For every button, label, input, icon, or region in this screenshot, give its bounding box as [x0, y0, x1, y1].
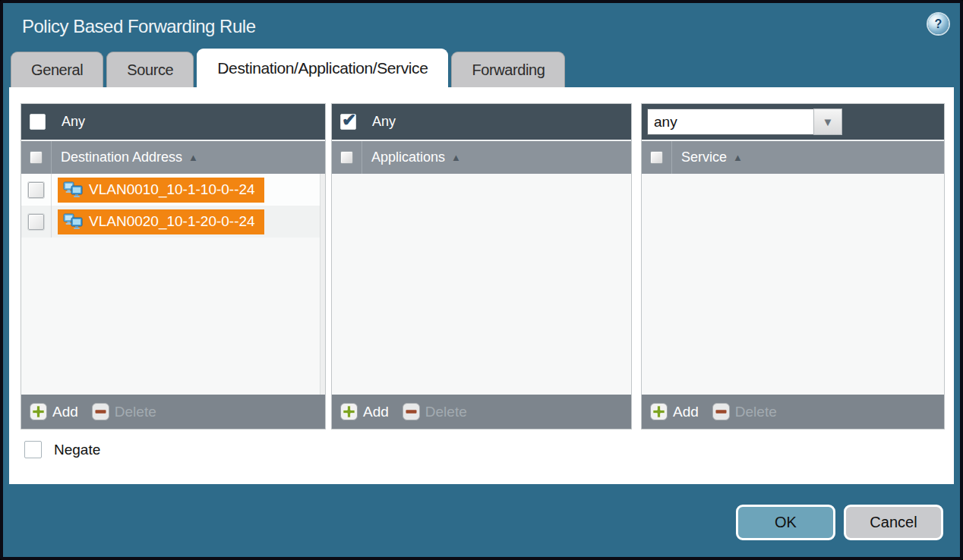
service-select-all-checkbox[interactable]	[650, 151, 663, 164]
applications-column: Any Applications Add	[331, 103, 632, 429]
destination-address-header[interactable]: Destination Address	[21, 140, 325, 174]
add-button[interactable]: Add	[340, 403, 389, 420]
address-object-chip[interactable]: VLAN0020_10-1-20-0--24	[58, 209, 264, 234]
service-footer-bar: Add Delete	[642, 395, 944, 429]
network-icon	[63, 213, 83, 230]
minus-icon	[712, 403, 730, 420]
minus-icon	[92, 403, 109, 420]
destination-any-checkbox[interactable]	[30, 114, 46, 130]
delete-button[interactable]: Delete	[92, 403, 156, 420]
delete-button[interactable]: Delete	[403, 403, 467, 420]
scrollbar-track[interactable]	[320, 174, 325, 395]
tab-destination-application-service[interactable]: Destination/Application/Service	[197, 49, 448, 87]
service-list	[642, 174, 944, 395]
network-icon	[63, 181, 83, 198]
dropdown-button[interactable]	[813, 109, 842, 135]
applications-header[interactable]: Applications	[332, 140, 631, 174]
delete-button-label: Delete	[735, 404, 777, 420]
help-icon[interactable]: ?	[928, 14, 949, 34]
service-header-label: Service	[681, 149, 727, 165]
cancel-button[interactable]: Cancel	[844, 505, 943, 540]
delete-button-label: Delete	[425, 404, 467, 420]
applications-any-checkbox[interactable]	[340, 114, 356, 130]
chevron-down-icon	[822, 115, 834, 128]
delete-button[interactable]: Delete	[712, 403, 777, 420]
sort-ascending-icon[interactable]	[188, 152, 198, 163]
address-object-label: VLAN0010_10-1-10-0--24	[89, 181, 255, 198]
service-dropdown[interactable]	[647, 109, 842, 135]
sort-ascending-icon[interactable]	[451, 152, 461, 163]
applications-header-label: Applications	[371, 149, 445, 165]
tab-source[interactable]: Source	[106, 52, 194, 87]
plus-icon	[650, 403, 668, 420]
applications-any-bar: Any	[332, 104, 631, 140]
destination-address-column: Any Destination Address	[21, 103, 326, 429]
destination-select-all-checkbox[interactable]	[30, 151, 43, 164]
minus-icon	[403, 403, 420, 420]
tab-content-panel: Any Destination Address	[9, 87, 954, 484]
destination-any-bar: Any	[21, 104, 325, 140]
tab-general[interactable]: General	[11, 52, 103, 87]
plus-icon	[30, 403, 47, 420]
applications-footer-bar: Add Delete	[332, 395, 631, 429]
dialog-title: Policy Based Forwarding Rule	[22, 16, 255, 37]
tab-bar: General Source Destination/Application/S…	[11, 49, 565, 87]
table-row: VLAN0020_10-1-20-0--24	[21, 206, 325, 238]
service-selector-bar	[642, 104, 944, 140]
ok-button[interactable]: OK	[736, 505, 835, 540]
dialog-titlebar: Policy Based Forwarding Rule ?	[3, 3, 960, 50]
negate-label: Negate	[54, 442, 100, 458]
tab-forwarding[interactable]: Forwarding	[451, 52, 565, 87]
plus-icon	[340, 403, 358, 420]
service-column: Service Add	[641, 103, 945, 429]
dialog-footer: OK Cancel	[3, 484, 960, 557]
destination-any-label: Any	[62, 114, 85, 130]
destination-address-list: VLAN0010_10-1-10-0--24	[21, 174, 325, 395]
policy-based-forwarding-dialog: Policy Based Forwarding Rule ? General S…	[0, 0, 963, 560]
sort-ascending-icon[interactable]	[733, 152, 743, 163]
delete-button-label: Delete	[115, 404, 156, 420]
negate-checkbox[interactable]	[24, 441, 42, 458]
row-checkbox[interactable]	[28, 214, 44, 230]
applications-list	[332, 174, 631, 395]
row-checkbox[interactable]	[28, 182, 44, 198]
service-header[interactable]: Service	[642, 140, 944, 174]
columns-container: Any Destination Address	[21, 103, 954, 429]
address-object-chip[interactable]: VLAN0010_10-1-10-0--24	[58, 178, 264, 203]
add-button[interactable]: Add	[30, 403, 78, 420]
service-dropdown-input[interactable]	[647, 109, 813, 135]
add-button[interactable]: Add	[650, 403, 699, 420]
applications-any-label: Any	[372, 114, 396, 130]
add-button-label: Add	[52, 404, 78, 420]
destination-footer-bar: Add Delete	[21, 395, 325, 429]
address-object-label: VLAN0020_10-1-20-0--24	[89, 213, 255, 230]
table-row: VLAN0010_10-1-10-0--24	[21, 174, 325, 206]
add-button-label: Add	[363, 404, 389, 420]
add-button-label: Add	[673, 404, 699, 420]
applications-select-all-checkbox[interactable]	[340, 151, 353, 164]
destination-address-header-label: Destination Address	[61, 149, 182, 165]
negate-row: Negate	[24, 441, 954, 458]
